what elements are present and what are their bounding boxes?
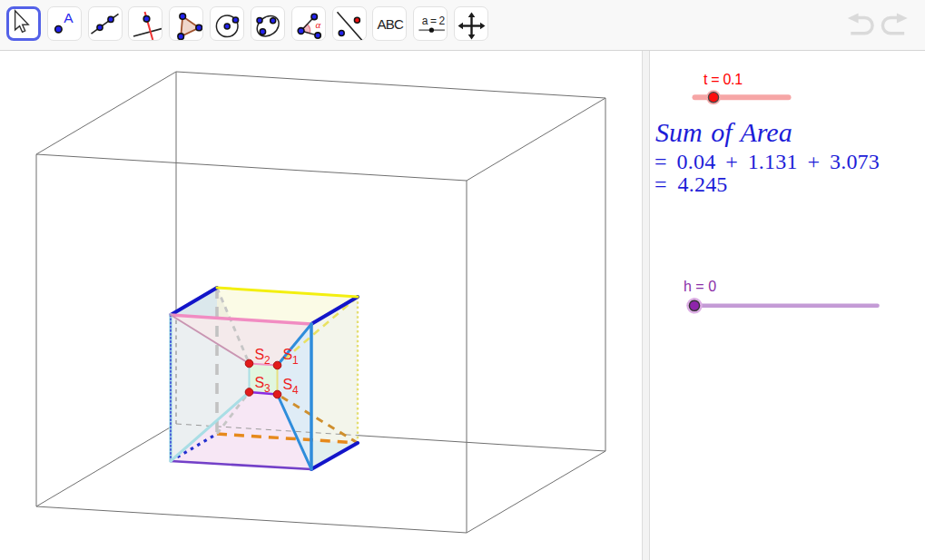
svg-text:S: S xyxy=(283,347,293,362)
svg-text:S: S xyxy=(255,347,265,362)
svg-text:3: 3 xyxy=(264,382,271,395)
svg-text:α: α xyxy=(316,19,321,30)
svg-text:1: 1 xyxy=(292,354,299,367)
svg-text:S: S xyxy=(255,375,265,390)
svg-text:S: S xyxy=(283,377,293,392)
svg-text:4: 4 xyxy=(292,384,299,397)
svg-text:2: 2 xyxy=(264,354,271,367)
